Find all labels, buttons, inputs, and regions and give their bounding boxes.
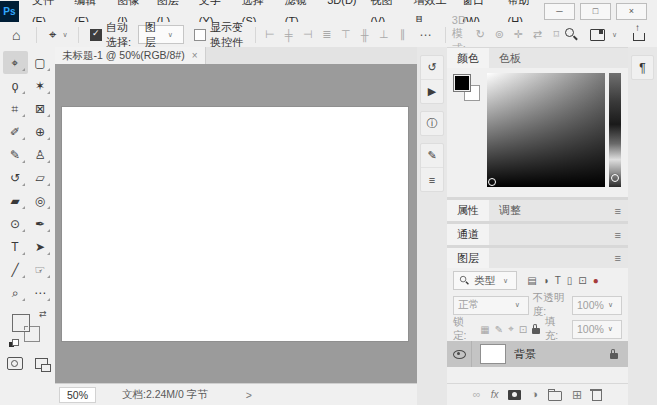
color-field-picker[interactable] <box>488 178 496 186</box>
gradient-tool[interactable]: ▰ <box>3 189 28 212</box>
default-colors-icon[interactable] <box>9 342 14 347</box>
filter-pixel-layers-icon[interactable]: ▤ <box>527 275 536 286</box>
fill-dropdown[interactable]: 100% ∨ <box>572 320 622 339</box>
hand-tool[interactable]: ☞ <box>28 258 53 281</box>
zoom-level-field[interactable]: 50% <box>59 387 96 403</box>
filter-type-layers-icon[interactable]: T <box>555 275 561 286</box>
3d-roll-icon[interactable]: ⊚ <box>491 28 508 41</box>
layer-filter-toggle[interactable]: ● <box>593 275 599 286</box>
move-tool[interactable]: ⌖ <box>3 51 28 74</box>
chevron-down-icon[interactable]: ∨ <box>62 31 67 39</box>
3d-slide-icon[interactable]: ⇄ <box>529 28 546 41</box>
align-right-edges-icon[interactable]: ⊣ <box>299 28 316 41</box>
search-icon[interactable] <box>565 28 578 41</box>
status-options-icon[interactable]: > <box>246 389 252 401</box>
paragraph-panel-icon[interactable]: ¶ <box>631 55 654 80</box>
spot-healing-brush-tool[interactable]: ⊕ <box>28 120 53 143</box>
swap-colors-icon[interactable]: ⇄ <box>39 309 47 319</box>
align-options-icon[interactable]: ⋯ <box>419 28 431 42</box>
lasso-tool[interactable]: ϙ <box>3 74 28 97</box>
document-page[interactable] <box>62 107 408 341</box>
foreground-color-swatch[interactable] <box>13 315 29 331</box>
lock-transparent-pixels-icon[interactable]: ▦ <box>480 324 489 335</box>
foreground-color-swatch[interactable] <box>454 75 470 91</box>
blend-mode-dropdown[interactable]: 正常 ∨ <box>453 296 529 315</box>
lock-artboard-icon[interactable]: ⊡ <box>519 324 527 335</box>
color-hue-ramp[interactable] <box>609 73 621 187</box>
panel-tab[interactable]: 颜色 <box>447 48 489 68</box>
panel-menu-icon[interactable]: ≡ <box>615 224 628 245</box>
align-top-edges-icon[interactable]: ⊤ <box>337 28 354 41</box>
maximize-button[interactable]: □ <box>580 3 611 20</box>
hue-ramp-picker[interactable] <box>611 174 619 182</box>
info-panel-icon[interactable]: ⓘ <box>421 112 443 135</box>
new-layer-icon[interactable]: ⊞ <box>572 389 582 401</box>
align-left-edges-icon[interactable]: ⊢ <box>261 28 278 41</box>
edit-toolbar-icon[interactable]: ⋯ <box>28 281 53 304</box>
add-layer-mask-icon[interactable] <box>508 390 521 400</box>
new-adjustment-layer-icon[interactable]: ◑ <box>531 389 538 400</box>
eyedropper-tool[interactable]: ✐ <box>3 120 28 143</box>
panel-tab[interactable]: 图层 <box>447 248 489 268</box>
filter-smart-objects-icon[interactable]: ⊡ <box>578 275 586 286</box>
canvas-area[interactable] <box>55 64 417 383</box>
align-vertical-centers-icon[interactable]: ╫ <box>356 29 373 41</box>
home-icon[interactable]: ⌂ <box>12 27 20 43</box>
layer-thumbnail[interactable] <box>480 344 506 364</box>
screen-mode-icon[interactable] <box>35 358 48 369</box>
distribute-vertically-icon[interactable]: ∥ <box>394 28 411 41</box>
color-picker-field[interactable] <box>487 73 605 187</box>
path-selection-tool[interactable]: ➤ <box>28 235 53 258</box>
rectangular-marquee-tool[interactable]: ▢ <box>28 51 53 74</box>
clone-stamp-tool[interactable]: ♙ <box>28 143 53 166</box>
quick-selection-tool[interactable]: ✶ <box>28 74 53 97</box>
quick-mask-icon[interactable] <box>7 357 23 370</box>
auto-select-target-dropdown[interactable]: 图层 ∨ <box>138 25 184 44</box>
history-panel-icon[interactable]: ↺ <box>421 56 443 80</box>
share-icon[interactable]: ↑ <box>633 33 645 41</box>
3d-zoom-camera-icon[interactable]: ⌑ <box>548 28 565 41</box>
link-layers-icon[interactable]: ∞ <box>473 389 481 400</box>
crop-tool[interactable]: ⌗ <box>3 97 28 120</box>
new-group-icon[interactable] <box>548 391 562 401</box>
workspace-icon[interactable] <box>590 29 605 41</box>
layer-row[interactable]: 背景 <box>447 341 628 367</box>
close-button[interactable]: × <box>616 3 647 20</box>
align-horizontal-centers-icon[interactable]: ╪ <box>280 29 297 41</box>
close-tab-icon[interactable]: × <box>192 50 198 61</box>
3d-orbit-icon[interactable]: ↻ <box>472 28 489 41</box>
chevron-down-icon[interactable]: ∨ <box>612 31 617 39</box>
actions-panel-icon[interactable]: ▶ <box>421 80 443 103</box>
panel-tab[interactable]: 色板 <box>489 48 531 68</box>
document-tab[interactable]: 未标题-1 @ 50%(RGB/8#) × <box>55 47 206 64</box>
layer-style-icon[interactable]: fx <box>491 390 499 400</box>
history-brush-tool[interactable]: ↺ <box>3 166 28 189</box>
type-tool[interactable]: T <box>3 235 28 258</box>
dodge-tool[interactable]: ⊙ <box>3 212 28 235</box>
delete-layer-icon[interactable] <box>592 391 602 401</box>
line-tool[interactable]: ╱ <box>3 258 28 281</box>
panel-menu-icon[interactable]: ≡ <box>615 200 628 221</box>
panel-menu-icon[interactable]: ≡ <box>615 248 628 268</box>
lock-image-pixels-icon[interactable]: ✎ <box>495 324 503 335</box>
panel-tab[interactable]: 通道 <box>447 224 489 245</box>
blur-tool[interactable]: ◎ <box>28 189 53 212</box>
3d-pan-icon[interactable]: ✛ <box>510 28 527 41</box>
panel-tab[interactable]: 属性 <box>447 200 489 221</box>
eraser-tool[interactable]: ▱ <box>28 166 53 189</box>
eye-icon[interactable] <box>453 350 466 359</box>
brushes-panel-icon[interactable]: ≡ <box>421 168 443 191</box>
opacity-dropdown[interactable]: 100% ∨ <box>572 296 622 315</box>
filter-adjustment-layers-icon[interactable]: ◑ <box>543 275 549 286</box>
show-transform-checkbox[interactable] <box>194 29 206 41</box>
layer-visibility-cell[interactable] <box>447 341 472 367</box>
filter-shape-layers-icon[interactable]: ▯ <box>567 275 573 286</box>
lock-position-icon[interactable]: ⌖ <box>508 323 514 335</box>
frame-tool[interactable]: ⊠ <box>28 97 53 120</box>
layer-filter-dropdown[interactable]: 类型 ∨ <box>453 271 517 290</box>
lock-all-icon[interactable] <box>532 328 539 334</box>
align-bottom-edges-icon[interactable]: ⊥ <box>375 28 392 41</box>
panel-tab[interactable]: 调整 <box>489 200 531 221</box>
brush-tool[interactable]: ✎ <box>3 143 28 166</box>
brush-settings-panel-icon[interactable]: ✎ <box>421 144 443 168</box>
